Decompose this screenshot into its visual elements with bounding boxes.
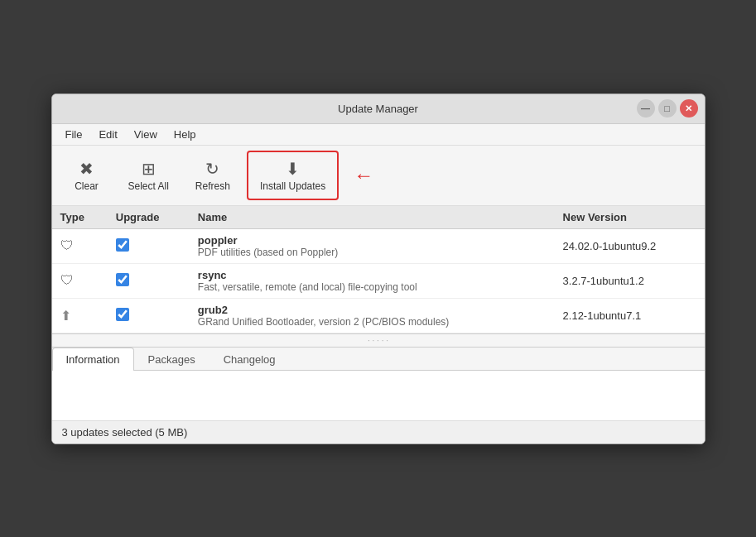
menu-edit[interactable]: Edit: [92, 126, 123, 143]
clear-label: Clear: [75, 180, 99, 192]
arrow-indicator: ←: [354, 164, 373, 187]
tabs-header: Information Packages Changelog: [52, 348, 705, 371]
cell-checkbox[interactable]: [108, 298, 190, 333]
window-title: Update Manager: [338, 103, 418, 115]
toolbar: ✖ Clear ⊞ Select All ↻ Refresh ⬇ Install…: [52, 146, 705, 206]
table-row: 🛡popplerPDF utilities (based on Poppler)…: [52, 228, 705, 263]
install-icon: ⬇: [286, 159, 300, 179]
clear-icon: ✖: [79, 159, 94, 179]
packages-table: Type Upgrade Name New Version 🛡popplerPD…: [52, 206, 705, 333]
tab-information[interactable]: Information: [52, 348, 134, 371]
update-table: Type Upgrade Name New Version 🛡popplerPD…: [52, 206, 705, 334]
refresh-icon: ↻: [205, 159, 219, 179]
resize-handle[interactable]: · · · · ·: [52, 334, 705, 347]
select-all-icon: ⊞: [142, 159, 156, 179]
menu-help[interactable]: Help: [167, 126, 203, 143]
pkg-name: poppler: [198, 234, 547, 247]
tab-changelog[interactable]: Changelog: [209, 348, 290, 371]
shield-icon: 🛡: [60, 238, 74, 252]
cell-type: 🛡: [52, 263, 108, 298]
table-row: 🛡rsyncFast, versatile, remote (and local…: [52, 263, 705, 298]
cell-name: grub2GRand Unified Bootloader, version 2…: [190, 298, 555, 333]
checkbox-poppler[interactable]: [116, 238, 129, 252]
clear-button[interactable]: ✖ Clear: [62, 154, 112, 197]
menu-file[interactable]: File: [59, 126, 89, 143]
statusbar: 3 updates selected (5 MB): [52, 420, 705, 444]
cell-type: ⬆: [52, 298, 108, 333]
upload-icon: ⬆: [60, 309, 71, 323]
table-header-row: Type Upgrade Name New Version: [52, 206, 705, 229]
refresh-button[interactable]: ↻ Refresh: [185, 154, 240, 197]
install-button-wrapper: ⬇ Install Updates: [247, 151, 339, 200]
col-version: New Version: [555, 206, 705, 229]
refresh-label: Refresh: [195, 180, 230, 192]
cell-version: 3.2.7-1ubuntu1.2: [555, 263, 705, 298]
close-button[interactable]: ✕: [680, 99, 698, 117]
titlebar: Update Manager — □ ✕: [52, 94, 705, 124]
tab-content: [52, 371, 705, 420]
pkg-desc: Fast, versatile, remote (and local) file…: [198, 281, 547, 293]
col-upgrade: Upgrade: [108, 206, 190, 229]
pkg-desc: GRand Unified Bootloader, version 2 (PC/…: [198, 316, 547, 328]
cell-type: 🛡: [52, 228, 108, 263]
shield-icon: 🛡: [60, 273, 74, 287]
minimize-button[interactable]: —: [637, 99, 655, 117]
install-updates-button[interactable]: ⬇ Install Updates: [250, 154, 335, 197]
bottom-tabs: Information Packages Changelog: [52, 347, 705, 420]
menubar: File Edit View Help: [52, 124, 705, 146]
window-controls: — □ ✕: [637, 99, 698, 117]
checkbox-rsync[interactable]: [116, 273, 129, 286]
cell-name: rsyncFast, versatile, remote (and local)…: [190, 263, 555, 298]
pkg-desc: PDF utilities (based on Poppler): [198, 247, 547, 258]
checkbox-grub2[interactable]: [116, 308, 129, 321]
status-text: 3 updates selected (5 MB): [62, 426, 188, 439]
cell-checkbox[interactable]: [108, 228, 190, 263]
pkg-name: grub2: [198, 304, 547, 316]
menu-view[interactable]: View: [128, 126, 164, 143]
table-row: ⬆grub2GRand Unified Bootloader, version …: [52, 298, 705, 333]
col-type: Type: [52, 206, 108, 229]
tab-packages[interactable]: Packages: [134, 348, 209, 371]
cell-checkbox[interactable]: [108, 263, 190, 298]
pkg-name: rsync: [198, 269, 547, 281]
cell-version: 24.02.0-1ubuntu9.2: [555, 228, 705, 263]
col-name: Name: [190, 206, 555, 229]
cell-version: 2.12-1ubuntu7.1: [555, 298, 705, 333]
select-all-button[interactable]: ⊞ Select All: [118, 154, 179, 197]
maximize-button[interactable]: □: [658, 99, 677, 117]
select-all-label: Select All: [128, 180, 169, 192]
content-area: Type Upgrade Name New Version 🛡popplerPD…: [52, 206, 705, 444]
install-label: Install Updates: [260, 180, 325, 192]
cell-name: popplerPDF utilities (based on Poppler): [190, 228, 555, 263]
update-manager-window: Update Manager — □ ✕ File Edit View Help…: [51, 93, 705, 444]
